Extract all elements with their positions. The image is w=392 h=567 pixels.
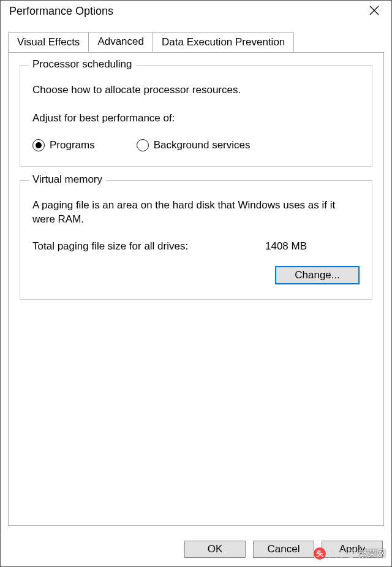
radio-icon [137,139,149,151]
change-button[interactable]: Change... [275,266,360,284]
paging-size-row: Total paging file size for all drives: 1… [32,240,360,253]
radio-background-services[interactable]: Background services [137,139,251,151]
performance-options-window: Performance Options Visual Effects Advan… [0,0,392,567]
paging-size-value: 1408 MB [265,240,307,253]
adjust-performance-label: Adjust for best performance of: [32,111,360,126]
close-icon[interactable] [364,4,384,18]
tab-dep[interactable]: Data Execution Prevention [153,32,294,53]
virtual-memory-description: A paging file is an area on the hard dis… [32,198,360,227]
advanced-panel: Processor scheduling Choose how to alloc… [8,52,384,526]
change-row: Change... [32,266,360,284]
radio-background-label: Background services [154,139,251,151]
processor-legend: Processor scheduling [29,58,136,70]
processor-scheduling-group: Processor scheduling Choose how to alloc… [20,65,372,167]
cancel-button[interactable]: Cancel [253,541,314,558]
apply-button[interactable]: Apply [322,541,383,558]
tab-strip: Visual Effects Advanced Data Execution P… [8,32,384,52]
virtual-memory-legend: Virtual memory [29,173,106,186]
radio-row: Programs Background services [32,139,360,151]
content-area: Visual Effects Advanced Data Execution P… [1,21,391,533]
radio-icon [32,139,45,151]
paging-size-label: Total paging file size for all drives: [32,240,265,253]
ok-button[interactable]: OK [184,541,246,558]
radio-programs[interactable]: Programs [32,139,95,151]
radio-programs-label: Programs [50,139,95,151]
window-title: Performance Options [9,5,113,18]
tab-visual-effects[interactable]: Visual Effects [8,32,89,53]
titlebar: Performance Options [1,1,391,21]
tab-advanced[interactable]: Advanced [88,32,153,52]
processor-description: Choose how to allocate processor resourc… [32,83,360,97]
dialog-footer: OK Cancel Apply [1,533,391,566]
virtual-memory-group: Virtual memory A paging file is an area … [20,180,372,300]
